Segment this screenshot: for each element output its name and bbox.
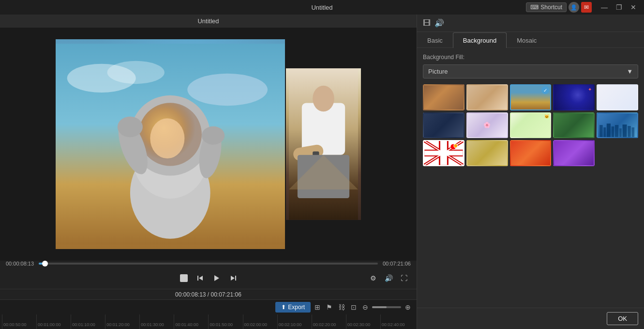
bg-thumbnail-7[interactable]: 🌸 [466, 112, 508, 139]
window-controls: — ❐ ✕ [598, 2, 640, 13]
tab-mosaic[interactable]: Mosaic [507, 32, 547, 48]
bg-thumbnail-14[interactable] [553, 140, 595, 166]
svg-point-15 [313, 86, 334, 112]
shortcut-icon: ⌨ [530, 4, 539, 11]
play-icon [213, 274, 221, 282]
frame-button[interactable]: ⊡ [349, 302, 359, 312]
zoom-out-button[interactable]: ⊖ [360, 302, 370, 312]
video-preview [0, 28, 417, 261]
prev-frame-icon [197, 275, 204, 282]
stacked-layers-button[interactable]: ⊞ [313, 302, 322, 312]
right-panel: 🎞 🔊 Basic Background Mosaic Background F… [417, 15, 644, 329]
link-button[interactable]: ⛓ [336, 302, 347, 312]
bg-thumbnail-2[interactable] [466, 84, 508, 110]
astronaut-scene [56, 39, 285, 249]
titlebar: Untitled ⌨ Shortcut 👤 ✉ — ❐ ✕ [0, 0, 644, 15]
fullscreen-button[interactable]: ⛶ [397, 271, 411, 285]
ruler-mark: 00:01:20:00 [105, 314, 139, 329]
volume-button[interactable]: 🔊 [382, 271, 395, 285]
svg-rect-24 [235, 276, 236, 281]
bg-thumbnail-12[interactable] [466, 140, 508, 166]
settings-button[interactable]: ⚙ [366, 271, 380, 285]
ruler-mark: 00:00:50:00 [2, 314, 36, 329]
export-icon: ⬆ [281, 304, 286, 311]
film-icon: 🎞 [423, 19, 431, 28]
bg-fill-label: Background Fill: [423, 54, 638, 61]
playback-controls-wrapper: 00:00:08:13 00:07:21:06 [0, 261, 417, 289]
svg-point-12 [202, 126, 225, 145]
progress-track[interactable] [39, 263, 378, 265]
export-section: ⬆ Export ⊞ ⚑ ⛓ ⊡ ⊖ ⊕ [275, 302, 413, 313]
ruler-mark: 00:02:00:00 [243, 314, 277, 329]
bottom-toolbar: ⬆ Export ⊞ ⚑ ⛓ ⊡ ⊖ ⊕ [0, 299, 417, 314]
bg-thumbnail-11[interactable] [423, 140, 464, 166]
stop-icon [180, 274, 188, 282]
maximize-button[interactable]: ❐ [612, 2, 626, 13]
ruler-mark: 00:02:30:00 [346, 314, 380, 329]
time-display: 00:00:08:13 / 00:07:21:06 [175, 291, 241, 298]
progress-thumb [42, 261, 48, 266]
window-title: Untitled [311, 4, 332, 11]
panel-header: 🎞 🔊 [417, 15, 644, 32]
bg-thumbnail-5[interactable] [597, 84, 638, 110]
bg-thumbnail-3[interactable]: ✓ [510, 84, 552, 110]
svg-point-11 [118, 117, 143, 138]
stop-button[interactable] [177, 271, 191, 285]
ruler-mark: 00:02:10:00 [277, 314, 312, 329]
svg-point-3 [188, 74, 268, 106]
main-content: Untitled [0, 15, 644, 329]
svg-rect-42 [440, 141, 447, 165]
time-bar: 00:00:08:13 00:07:21:06 [6, 261, 411, 266]
close-button[interactable]: ✕ [627, 2, 640, 13]
svg-point-8 [150, 118, 185, 158]
svg-rect-25 [599, 125, 603, 137]
svg-rect-29 [615, 125, 618, 137]
audio-icon: 🔊 [434, 18, 444, 28]
export-button[interactable]: ⬆ Export [275, 302, 311, 313]
ruler-mark: 00:01:30:00 [139, 314, 174, 329]
ruler-mark: 00:01:40:00 [174, 314, 208, 329]
bg-thumbnail-1[interactable] [423, 84, 464, 110]
tab-background[interactable]: Background [453, 32, 507, 48]
zoom-track[interactable] [372, 306, 401, 308]
minimize-button[interactable]: — [598, 2, 611, 13]
svg-rect-31 [623, 125, 627, 137]
user-avatar[interactable]: 👤 [569, 2, 579, 13]
video-right-content [286, 68, 361, 220]
bg-thumbnail-10[interactable] [597, 112, 638, 139]
dropdown-select[interactable]: Picture ▼ [423, 64, 638, 78]
dropdown-value: Picture [428, 68, 448, 75]
shortcut-button[interactable]: ⌨ Shortcut [526, 2, 567, 12]
video-left-content [56, 39, 285, 249]
titlebar-right: ⌨ Shortcut 👤 ✉ — ❐ ✕ [526, 2, 640, 13]
total-time-label: 00:07:21:06 [383, 261, 411, 266]
svg-marker-22 [214, 275, 219, 281]
ok-button-row: OK [417, 308, 644, 329]
mail-icon[interactable]: ✉ [581, 2, 592, 13]
svg-point-2 [107, 61, 165, 84]
next-frame-button[interactable] [226, 271, 240, 285]
ruler-mark: 00:01:10:00 [71, 314, 105, 329]
bg-thumbnail-9[interactable] [553, 112, 595, 139]
bg-thumbnail-4[interactable]: ✦ [553, 84, 595, 110]
chevron-down-icon: ▼ [627, 68, 633, 75]
video-area: Untitled [0, 15, 417, 329]
play-button[interactable] [210, 271, 224, 285]
right-playback-buttons: ⚙ 🔊 ⛶ [366, 271, 411, 285]
flag-button[interactable]: ⚑ [324, 302, 334, 312]
bg-thumbnail-6[interactable] [423, 112, 464, 139]
timeline-ruler: 00:00:50:0000:01:00:0000:01:10:0000:01:2… [0, 314, 417, 329]
svg-point-44 [454, 144, 458, 148]
ruler-mark: 00:01:00:00 [36, 314, 71, 329]
ruler-mark: 00:01:50:00 [208, 314, 242, 329]
ok-button[interactable]: OK [607, 312, 638, 325]
ruler-mark: 00:02:20:00 [312, 314, 346, 329]
zoom-in-button[interactable]: ⊕ [403, 302, 413, 312]
tab-bar: Basic Background Mosaic [417, 32, 644, 48]
prev-frame-button[interactable] [194, 271, 207, 285]
tab-basic[interactable]: Basic [417, 32, 453, 48]
bg-thumbnail-13[interactable] [510, 140, 552, 166]
bg-thumbnail-8[interactable]: 🐱 [510, 112, 552, 139]
svg-rect-26 [603, 127, 606, 137]
svg-rect-32 [628, 126, 631, 137]
